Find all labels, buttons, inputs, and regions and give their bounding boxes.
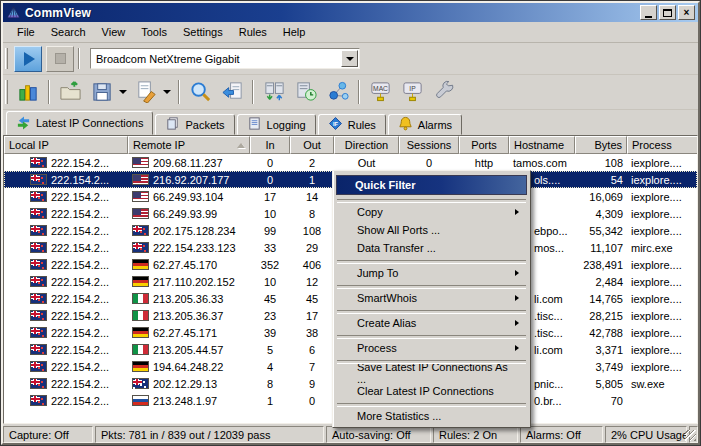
remote-ip-cell: 222.154.233.123 bbox=[128, 242, 250, 254]
column-header-bytes[interactable]: Bytes bbox=[575, 136, 627, 154]
resize-grip[interactable] bbox=[689, 426, 698, 443]
menu-item-quick-filter[interactable]: Quick Filter bbox=[336, 175, 527, 195]
chevron-down-icon[interactable] bbox=[163, 90, 171, 94]
in-cell: 5 bbox=[250, 344, 290, 356]
menu-item-process[interactable]: Process bbox=[335, 339, 528, 357]
bytes-cell: 238,491 bbox=[575, 259, 627, 271]
sort-ascending-icon bbox=[237, 143, 245, 148]
remote-ip-cell: 213.248.1.97 bbox=[128, 395, 250, 407]
toolbar-separator bbox=[358, 80, 360, 104]
table-header: Local IPRemote IPInOutDirectionSessionsP… bbox=[4, 136, 697, 154]
flag-de-icon bbox=[132, 276, 149, 287]
cell-text: 222.154.2... bbox=[51, 191, 109, 203]
flag-nz-icon bbox=[30, 276, 47, 287]
menu-item-show-all-ports[interactable]: Show All Ports ... bbox=[335, 221, 528, 239]
ip-addresses-button[interactable]: IP bbox=[397, 79, 427, 106]
menu-item-data-transfer[interactable]: Data Transfer ... bbox=[335, 239, 528, 257]
cell-text: 222.154.2... bbox=[51, 157, 109, 169]
menu-item-copy[interactable]: Copy bbox=[335, 203, 528, 221]
remote-ip-cell: 209.68.11.237 bbox=[128, 157, 250, 169]
menu-separator bbox=[337, 196, 526, 203]
adapter-combobox[interactable]: Broadcom NetXtreme Gigabit bbox=[90, 48, 360, 69]
menubar-item-file[interactable]: File bbox=[9, 22, 43, 42]
menu-item-more-statistics[interactable]: More Statistics ... bbox=[335, 407, 528, 425]
minimize-button[interactable] bbox=[640, 5, 657, 20]
cell-text: iexplore.... bbox=[631, 276, 682, 288]
menu-separator bbox=[337, 282, 526, 289]
node-graph-button[interactable] bbox=[323, 79, 353, 106]
go-to-packet-button[interactable] bbox=[217, 79, 247, 106]
toolbar-separator bbox=[78, 48, 80, 70]
adapter-combobox-arrow[interactable] bbox=[341, 50, 358, 67]
menubar-item-settings[interactable]: Settings bbox=[175, 22, 231, 42]
menubar-item-help[interactable]: Help bbox=[275, 22, 314, 42]
mac-addresses-button[interactable]: MAC bbox=[365, 79, 395, 106]
clear-button[interactable] bbox=[131, 79, 161, 106]
open-folder-button[interactable] bbox=[55, 79, 85, 106]
process-cell: sw.exe bbox=[627, 378, 698, 390]
out-cell: 29 bbox=[290, 242, 334, 254]
flag-nz-icon bbox=[30, 378, 47, 389]
column-header-sessions[interactable]: Sessions bbox=[399, 136, 459, 154]
tab-logging[interactable]: Logging bbox=[237, 114, 316, 135]
tab-alarms[interactable]: Alarms bbox=[388, 114, 462, 135]
column-header-hostname[interactable]: Hostname bbox=[509, 136, 575, 154]
flag-nz-icon bbox=[30, 344, 47, 355]
column-header-out[interactable]: Out bbox=[290, 136, 334, 154]
menu-item-jump-to[interactable]: Jump To bbox=[335, 264, 528, 282]
stop-capture-button[interactable] bbox=[46, 46, 74, 72]
menubar-item-search[interactable]: Search bbox=[43, 22, 94, 42]
bytes-cell: 4,309 bbox=[575, 208, 627, 220]
column-header-process[interactable]: Process bbox=[627, 136, 698, 154]
cell-text: 33 bbox=[264, 242, 276, 254]
menubar-item-tools[interactable]: Tools bbox=[133, 22, 175, 42]
menu-item-create-alias[interactable]: Create Alias bbox=[335, 314, 528, 332]
tab-packets[interactable]: Packets bbox=[155, 114, 234, 135]
process-cell: iexplore.... bbox=[627, 327, 698, 339]
menu-item-save-latest-ip-connections-as[interactable]: Save Latest IP Connections As ... bbox=[335, 364, 528, 382]
local-ip-cell: 222.154.2... bbox=[4, 378, 128, 390]
menu-item-clear-latest-ip-connections[interactable]: Clear Latest IP Connections bbox=[335, 382, 528, 400]
menubar-item-view[interactable]: View bbox=[94, 22, 134, 42]
bytes-cell: 3,371 bbox=[575, 344, 627, 356]
flag-nz-icon bbox=[30, 310, 47, 321]
cell-text: 10 bbox=[264, 276, 276, 288]
out-cell: 2 bbox=[290, 157, 334, 169]
toolbar-gripper[interactable] bbox=[5, 80, 8, 104]
toolbar-gripper[interactable] bbox=[5, 48, 8, 70]
status-panel-5: 2% CPU Usage bbox=[605, 426, 687, 443]
cell-text: 29 bbox=[306, 242, 318, 254]
menu-item-smartwhois[interactable]: SmartWhois bbox=[335, 289, 528, 307]
settings-wrench-button[interactable] bbox=[429, 79, 459, 106]
menubar-item-rules[interactable]: Rules bbox=[231, 22, 275, 42]
save-button[interactable] bbox=[87, 79, 117, 106]
start-capture-button[interactable] bbox=[14, 46, 42, 72]
close-button[interactable]: × bbox=[678, 5, 695, 20]
column-header-ports[interactable]: Ports bbox=[459, 136, 509, 154]
search-button[interactable] bbox=[185, 79, 215, 106]
cell-text: mirc.exe bbox=[631, 242, 673, 254]
local-ip-cell: 222.154.2... bbox=[4, 157, 128, 169]
column-header-local-ip[interactable]: Local IP bbox=[4, 136, 128, 154]
tab-rules[interactable]: IFRules bbox=[318, 114, 386, 135]
tab-bar: Latest IP ConnectionsPacketsLoggingIFRul… bbox=[3, 110, 698, 135]
cell-text: 4,309 bbox=[595, 208, 623, 220]
column-header-remote-ip[interactable]: Remote IP bbox=[128, 136, 250, 154]
column-header-direction[interactable]: Direction bbox=[334, 136, 399, 154]
statistics-clock-button[interactable] bbox=[291, 79, 321, 106]
bar-chart-button[interactable] bbox=[13, 79, 43, 106]
titlebar[interactable]: CommView × bbox=[3, 3, 698, 22]
maximize-button[interactable] bbox=[659, 5, 676, 20]
chevron-down-icon[interactable] bbox=[119, 90, 127, 94]
table-row[interactable]: 222.154.2...209.68.11.23702Out0httptamos… bbox=[4, 154, 697, 171]
network-traffic-button[interactable] bbox=[259, 79, 289, 106]
network-traffic-icon bbox=[263, 80, 286, 105]
out-cell: 406 bbox=[290, 259, 334, 271]
menu-item-label: More Statistics ... bbox=[357, 410, 441, 422]
cell-text: 3,749 bbox=[595, 361, 623, 373]
toolbar-separator bbox=[48, 80, 50, 104]
remote-ip-cell: 213.205.36.37 bbox=[128, 310, 250, 322]
tab-latest-ip-connections[interactable]: Latest IP Connections bbox=[6, 111, 153, 135]
column-header-in[interactable]: In bbox=[250, 136, 290, 154]
cell-text: 222.154.2... bbox=[51, 276, 109, 288]
